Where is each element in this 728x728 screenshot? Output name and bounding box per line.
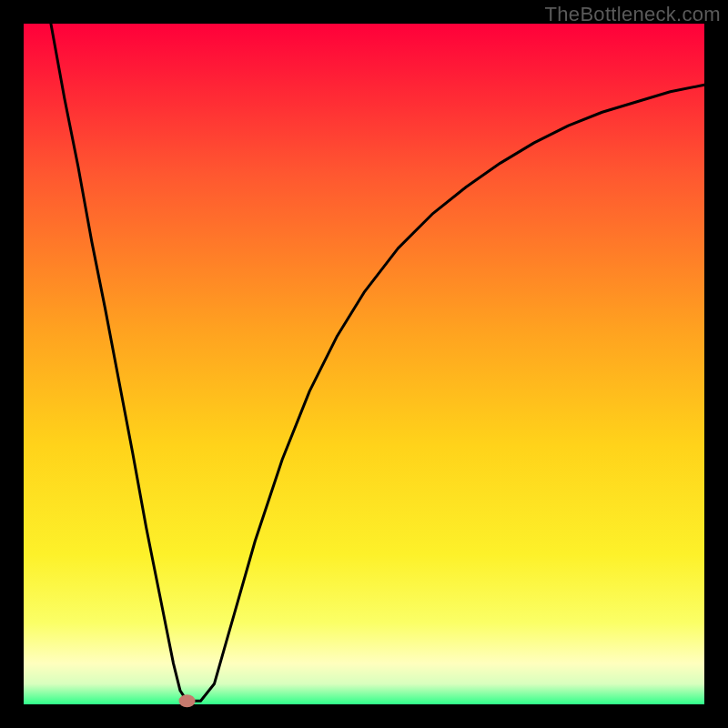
bottleneck-chart bbox=[0, 0, 728, 728]
watermark-text: TheBottleneck.com bbox=[545, 3, 721, 26]
chart-plot-area bbox=[24, 24, 704, 704]
minimum-marker bbox=[179, 694, 196, 707]
chart-container: TheBottleneck.com bbox=[0, 0, 728, 728]
